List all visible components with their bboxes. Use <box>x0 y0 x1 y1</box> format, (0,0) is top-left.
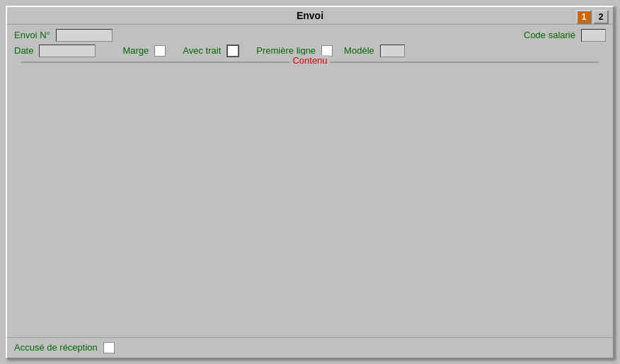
bottom-area: Accusé de réception <box>7 337 613 358</box>
modele-label: Modèle <box>344 45 374 56</box>
window-title: Envoi <box>11 10 609 21</box>
main-window: Envoi 1 2 Envoi N° Code salarié Date Mar… <box>6 6 614 359</box>
btn2[interactable]: 2 <box>593 10 609 24</box>
title-bar: Envoi 1 2 <box>7 7 613 25</box>
envoi-label: Envoi N° <box>14 30 50 40</box>
avec-trait-checkbox[interactable] <box>226 45 239 57</box>
envoi-input[interactable] <box>56 29 113 42</box>
content-wrapper: Contenu <box>14 61 606 334</box>
accuse-label: Accusé de réception <box>14 342 98 353</box>
accuse-checkbox[interactable] <box>103 342 115 353</box>
title-buttons: 1 2 <box>576 10 609 24</box>
row1: Envoi N° Code salarié <box>14 29 606 42</box>
marge-checkbox[interactable] <box>154 45 166 57</box>
code-salarie-label: Code salarié <box>524 30 575 40</box>
code-salarie-input[interactable] <box>581 29 606 42</box>
contenu-label: Contenu <box>289 55 330 66</box>
btn1[interactable]: 1 <box>576 10 592 24</box>
marge-label: Marge <box>122 45 149 56</box>
date-label: Date <box>14 45 33 56</box>
modele-input[interactable] <box>380 45 405 57</box>
date-input[interactable] <box>39 45 96 57</box>
avec-trait-label: Avec trait <box>183 45 221 56</box>
content-area: Contenu <box>21 61 599 63</box>
